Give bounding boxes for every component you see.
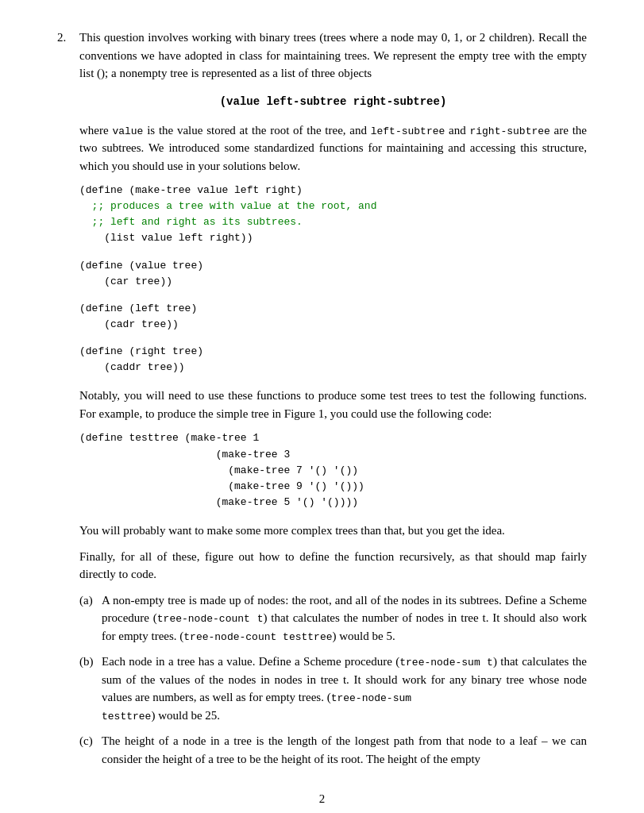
sub-question-c: (c) The height of a node in a tree is th… xyxy=(79,732,587,768)
code-block-left: (define (left tree) (cadr tree)) xyxy=(79,301,587,333)
intro-p2-and: and xyxy=(445,124,469,137)
sub-b-text3: ) would be 25. xyxy=(151,709,220,722)
question-body: This question involves working with bina… xyxy=(79,29,587,776)
sub-b-text1: Each node in a tree has a value. Define … xyxy=(102,655,399,668)
intro-paragraph-2: where value is the value stored at the r… xyxy=(79,121,587,175)
code-comment-1: ;; produces a tree with value at the roo… xyxy=(79,200,376,212)
sub-a-content: A non-empty tree is made up of nodes: th… xyxy=(102,591,587,645)
question-block: 2. This question involves working with b… xyxy=(57,29,587,776)
page-number: 2 xyxy=(57,790,587,808)
code-comment-2: ;; left and right as its subtrees. xyxy=(79,216,303,228)
intro-p2-left-code: left-subtree xyxy=(371,125,445,137)
question-number: 2. xyxy=(57,29,73,47)
sub-c-text: The height of a node in a tree is the le… xyxy=(102,734,587,765)
sub-c-label: (c) xyxy=(79,732,95,768)
center-code-display: (value left-subtree right-subtree) xyxy=(79,94,587,110)
paragraph-complex: You will probably want to make some more… xyxy=(79,522,587,540)
sub-question-list: (a) A non-empty tree is made up of nodes… xyxy=(79,591,587,769)
code-block-testtree: (define testtree (make-tree 1 (make-tree… xyxy=(79,430,587,511)
intro-paragraph-1: This question involves working with bina… xyxy=(79,29,587,83)
code-block-right: (define (right tree) (caddr tree)) xyxy=(79,344,587,376)
sub-question-b: (b) Each node in a tree has a value. Def… xyxy=(79,653,587,724)
sub-a-label: (a) xyxy=(79,591,95,645)
intro-p2-mid1: is the value stored at the root of the t… xyxy=(143,124,370,137)
sub-b-code2: tree-node-sum xyxy=(331,692,411,704)
paragraph-notably: Notably, you will need to use these func… xyxy=(79,387,587,422)
sub-a-code1: tree-node-count t xyxy=(157,613,264,625)
sub-c-content: The height of a node in a tree is the le… xyxy=(102,732,587,768)
intro-p2-right-code: right-subtree xyxy=(469,125,550,137)
paragraph-finally: Finally, for all of these, figure out ho… xyxy=(79,548,587,584)
code-line-1: (define (make-tree value left right) xyxy=(79,184,303,196)
sub-b-newline: testtree xyxy=(102,711,151,722)
intro-p2-value-code: value xyxy=(112,125,143,137)
code-block-make-tree: (define (make-tree value left right) ;; … xyxy=(79,183,587,247)
sub-a-code2: tree-node-count testtree xyxy=(183,631,332,643)
sub-b-content: Each node in a tree has a value. Define … xyxy=(102,653,587,724)
code-line-4: (list value left right)) xyxy=(79,232,253,244)
intro-p2-before: where xyxy=(79,124,112,137)
sub-b-label: (b) xyxy=(79,653,95,724)
sub-b-code1: tree-node-sum t xyxy=(399,657,493,669)
sub-question-a: (a) A non-empty tree is made up of nodes… xyxy=(79,591,587,645)
code-block-value: (define (value tree) (car tree)) xyxy=(79,258,587,290)
sub-a-text3: ) would be 5. xyxy=(333,630,395,642)
